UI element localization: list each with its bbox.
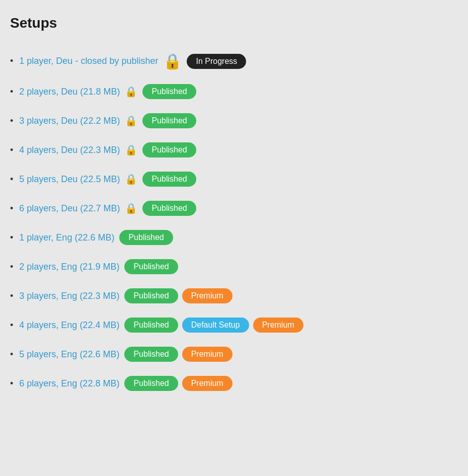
item-label: 4 players, Deu (22.3 MB) — [19, 145, 120, 155]
item-label: 4 players, Eng (22.4 MB) — [19, 320, 119, 331]
item-label: 5 players, Deu (22.5 MB) — [19, 174, 120, 185]
badge-published: Published — [142, 201, 196, 216]
bullet-icon: • — [10, 291, 13, 301]
list-item[interactable]: •1 player, Eng (22.6 MB)Published — [10, 223, 458, 252]
item-label: 6 players, Deu (22.7 MB) — [19, 203, 120, 214]
setup-list: •1 player, Deu - closed by publisher🔒In … — [10, 45, 458, 398]
badge-published: Published — [124, 318, 178, 333]
item-label: 5 players, Eng (22.6 MB) — [19, 349, 119, 360]
bullet-icon: • — [10, 116, 13, 126]
badge-published: Published — [142, 142, 196, 157]
badges-container: PublishedDefault SetupPremium — [124, 318, 303, 333]
badge-published: Published — [124, 259, 178, 274]
bullet-icon: • — [10, 232, 13, 243]
list-item[interactable]: •5 players, Eng (22.6 MB)PublishedPremiu… — [10, 340, 458, 369]
badges-container: Published — [142, 113, 196, 128]
lock-icon: 🔒 — [125, 202, 137, 214]
badges-container: Published — [119, 230, 173, 245]
item-label: 1 player, Eng (22.6 MB) — [19, 232, 114, 243]
list-item[interactable]: •3 players, Deu (22.2 MB)🔒Published — [10, 106, 458, 135]
badge-published: Published — [119, 230, 173, 245]
badges-container: PublishedPremium — [124, 376, 232, 391]
page-title: Setups — [10, 15, 458, 31]
badge-premium: Premium — [253, 318, 303, 333]
badge-published: Published — [124, 376, 178, 391]
list-item[interactable]: •6 players, Eng (22.8 MB)PublishedPremiu… — [10, 369, 458, 398]
list-item[interactable]: •5 players, Deu (22.5 MB)🔒Published — [10, 165, 458, 194]
badges-container: Published — [124, 259, 178, 274]
badge-published: Published — [124, 288, 178, 303]
badges-container: In Progress — [187, 54, 246, 69]
list-item[interactable]: •2 players, Deu (21.8 MB)🔒Published — [10, 77, 458, 106]
bullet-icon: • — [10, 145, 13, 155]
lock-icon: 🔒 — [125, 144, 137, 156]
badge-premium: Premium — [182, 347, 232, 362]
item-label: 2 players, Eng (21.9 MB) — [19, 262, 119, 272]
badge-premium: Premium — [182, 376, 232, 391]
item-label: 3 players, Eng (22.3 MB) — [19, 291, 119, 301]
badges-container: Published — [142, 201, 196, 216]
list-item[interactable]: •4 players, Eng (22.4 MB)PublishedDefaul… — [10, 310, 458, 340]
badge-published: Published — [124, 347, 178, 362]
lock-icon: 🔒 — [125, 173, 137, 185]
list-item[interactable]: •2 players, Eng (21.9 MB)Published — [10, 252, 458, 281]
item-label: 6 players, Eng (22.8 MB) — [19, 378, 119, 389]
list-item[interactable]: •1 player, Deu - closed by publisher🔒In … — [10, 45, 458, 77]
bullet-icon: • — [10, 56, 13, 66]
badges-container: Published — [142, 172, 196, 187]
bullet-icon: • — [10, 174, 13, 185]
badge-inprogress: In Progress — [187, 54, 246, 69]
badge-published: Published — [142, 113, 196, 128]
list-item[interactable]: •6 players, Deu (22.7 MB)🔒Published — [10, 194, 458, 223]
bullet-icon: • — [10, 378, 13, 389]
bullet-icon: • — [10, 320, 13, 331]
badge-default: Default Setup — [182, 318, 249, 333]
badge-published: Published — [142, 84, 196, 99]
lock-icon: 🔒 — [125, 115, 137, 127]
badges-container: PublishedPremium — [124, 288, 232, 303]
item-label: 1 player, Deu - closed by publisher — [19, 56, 158, 66]
bullet-icon: • — [10, 87, 13, 97]
bullet-icon: • — [10, 349, 13, 360]
bullet-icon: • — [10, 203, 13, 214]
badges-container: PublishedPremium — [124, 347, 232, 362]
item-label: 3 players, Deu (22.2 MB) — [19, 116, 120, 126]
bullet-icon: • — [10, 262, 13, 272]
badge-premium: Premium — [182, 288, 232, 303]
badge-published: Published — [142, 172, 196, 187]
list-item[interactable]: •4 players, Deu (22.3 MB)🔒Published — [10, 135, 458, 165]
item-label: 2 players, Deu (21.8 MB) — [19, 87, 120, 97]
badges-container: Published — [142, 84, 196, 99]
badges-container: Published — [142, 142, 196, 157]
lock-icon: 🔒 — [125, 86, 137, 98]
lock-icon: 🔒 — [163, 52, 182, 70]
list-item[interactable]: •3 players, Eng (22.3 MB)PublishedPremiu… — [10, 281, 458, 310]
